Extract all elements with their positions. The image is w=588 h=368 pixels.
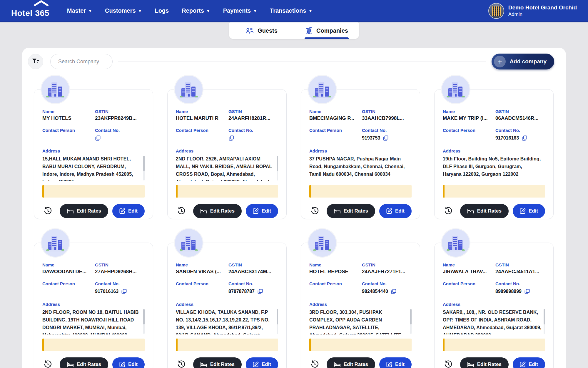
company-address: 3RD FLOOR, 303,304, PUSHPAK COMPLEX, OPP… bbox=[309, 309, 408, 334]
logo-text-hotel: Hotel bbox=[11, 9, 33, 18]
history-button[interactable] bbox=[176, 206, 186, 216]
company-card: Name BMECIMAGING P... GSTIN 33AAHCB7998L… bbox=[301, 89, 420, 219]
tab-guests[interactable]: Guests bbox=[229, 22, 294, 39]
edit-rates-button[interactable]: Edit Rates bbox=[460, 357, 509, 368]
edit-label: Edit bbox=[262, 208, 271, 214]
edit-rates-button[interactable]: Edit Rates bbox=[193, 357, 242, 368]
edit-rates-button[interactable]: Edit Rates bbox=[327, 204, 375, 218]
company-name: MY HOTELS bbox=[42, 115, 92, 121]
address-box[interactable]: 37 PUSHPA NAGAR, Pushpa Nagar Main Road,… bbox=[309, 155, 412, 181]
company-card: Name HOTEL MARUTI R GSTIN 24AARFH8281R..… bbox=[167, 89, 287, 219]
edit-rates-button[interactable]: Edit Rates bbox=[60, 204, 108, 218]
history-button[interactable] bbox=[43, 206, 53, 216]
gstin-label: GSTIN bbox=[95, 262, 145, 267]
toolbar-divider bbox=[118, 62, 486, 62]
copy-icon[interactable] bbox=[228, 135, 234, 141]
history-button[interactable] bbox=[176, 359, 186, 368]
nav-item-logs[interactable]: Logs bbox=[155, 7, 169, 14]
history-button[interactable] bbox=[43, 359, 53, 368]
company-address: 2ND FLOOR, ROOM NO 18, BAITUL HABIB BUIL… bbox=[42, 309, 141, 334]
copy-icon[interactable] bbox=[522, 135, 527, 141]
nav-item-reports[interactable]: Reports ▼ bbox=[182, 7, 210, 14]
copy-icon[interactable] bbox=[383, 135, 389, 141]
edit-rates-button[interactable]: Edit Rates bbox=[60, 357, 108, 368]
company-avatar bbox=[174, 228, 203, 258]
address-scrollbar[interactable] bbox=[143, 309, 145, 334]
edit-button[interactable]: Edit bbox=[513, 357, 545, 368]
contact-no-label: Contact No. bbox=[362, 128, 412, 133]
copy-icon[interactable] bbox=[95, 135, 101, 141]
address-box[interactable]: 19th Floor, Building No5, Epitome Buildi… bbox=[443, 155, 545, 181]
copy-icon[interactable] bbox=[257, 289, 263, 294]
notes-highlight bbox=[176, 339, 278, 351]
address-scrollbar[interactable] bbox=[544, 309, 545, 334]
app-logo[interactable]: Hotel 365 bbox=[11, 4, 49, 18]
copy-icon[interactable] bbox=[391, 289, 397, 294]
edit-button[interactable]: Edit bbox=[112, 357, 145, 368]
nav-item-transactions[interactable]: Transactions ▼ bbox=[270, 7, 312, 14]
contact-no-label: Contact No. bbox=[495, 128, 545, 133]
profile-avatar bbox=[488, 3, 504, 19]
contact-person-label: Contact Person bbox=[176, 281, 225, 286]
address-scrollbar[interactable] bbox=[143, 156, 145, 180]
contact-no-value: 917016163 bbox=[495, 135, 519, 141]
edit-rates-button[interactable]: Edit Rates bbox=[327, 357, 375, 368]
history-button[interactable] bbox=[310, 359, 320, 368]
company-gstin: 06AADCM5146R... bbox=[495, 115, 545, 121]
history-icon bbox=[177, 207, 186, 216]
buildings-illustration bbox=[313, 234, 332, 252]
address-box[interactable]: 15,HALL MUKAM ANAND SHRI HOTEL, BABU MUR… bbox=[42, 155, 145, 181]
history-button[interactable] bbox=[443, 359, 453, 368]
company-name: SANDEN VIKAS (... bbox=[176, 269, 225, 275]
filter-button[interactable] bbox=[28, 54, 43, 69]
copy-icon[interactable] bbox=[121, 289, 127, 294]
add-company-button[interactable]: + Add company bbox=[492, 54, 554, 69]
edit-label: Edit bbox=[529, 362, 538, 367]
buildings-illustration bbox=[179, 234, 198, 252]
notes-highlight bbox=[42, 339, 145, 351]
edit-button[interactable]: Edit bbox=[112, 204, 145, 218]
history-button[interactable] bbox=[443, 206, 453, 216]
nav-item-payments[interactable]: Payments ▼ bbox=[223, 7, 257, 14]
address-box[interactable]: 2ND FLOOR, ROOM NO 18, BAITUL HABIB BUIL… bbox=[42, 309, 145, 334]
name-label: Name bbox=[176, 109, 225, 114]
name-label: Name bbox=[309, 262, 359, 267]
nav-item-customers[interactable]: Customers ▼ bbox=[105, 7, 142, 14]
edit-rates-label: Edit Rates bbox=[77, 362, 101, 367]
address-box[interactable]: 2ND FLOOR, 2526, AMRAPALI AXIOM MALL, NR… bbox=[176, 155, 278, 181]
copy-icon[interactable] bbox=[524, 289, 530, 294]
add-company-label: Add company bbox=[510, 58, 547, 65]
address-box[interactable]: 3RD FLOOR, 303,304, PUSHPAK COMPLEX, OPP… bbox=[309, 309, 412, 334]
address-scrollbar[interactable] bbox=[410, 309, 412, 334]
company-card: Name MAKE MY TRIP (I... GSTIN 06AADCM514… bbox=[434, 89, 554, 219]
history-icon bbox=[444, 360, 453, 368]
profile-menu[interactable]: Demo Hotel Grand Orchid Admin bbox=[488, 3, 577, 19]
edit-rates-button[interactable]: Edit Rates bbox=[460, 204, 509, 218]
edit-button[interactable]: Edit bbox=[246, 357, 278, 368]
address-scrollbar[interactable] bbox=[277, 156, 278, 180]
chevron-down-icon: ▼ bbox=[308, 9, 312, 13]
gstin-label: GSTIN bbox=[495, 109, 545, 114]
edit-rates-button[interactable]: Edit Rates bbox=[193, 204, 242, 218]
edit-button[interactable]: Edit bbox=[379, 204, 412, 218]
tab-companies[interactable]: Companies bbox=[294, 22, 359, 39]
notes-highlight bbox=[176, 185, 278, 198]
address-scrollbar[interactable] bbox=[277, 309, 278, 334]
edit-button[interactable]: Edit bbox=[379, 357, 412, 368]
buildings-illustration bbox=[313, 81, 332, 98]
company-address: SAKAR9,, 108,, NR. OLD RESERVE BANK, OPP… bbox=[443, 309, 542, 334]
edit-button[interactable]: Edit bbox=[513, 204, 545, 218]
address-box[interactable]: VILLAGE KHODA, TALUKA SANAND, F.P NO. 13… bbox=[176, 309, 278, 334]
search-input[interactable] bbox=[50, 54, 113, 69]
name-label: Name bbox=[42, 262, 92, 267]
nav-item-master[interactable]: Master ▼ bbox=[67, 7, 92, 14]
history-button[interactable] bbox=[310, 206, 320, 216]
company-avatar bbox=[41, 75, 70, 104]
address-box[interactable]: SAKAR9,, 108,, NR. OLD RESERVE BANK, OPP… bbox=[443, 309, 545, 334]
nav-item-label: Master bbox=[67, 7, 86, 14]
bed-icon bbox=[334, 208, 341, 214]
company-avatar bbox=[308, 228, 337, 258]
edit-button[interactable]: Edit bbox=[246, 204, 278, 218]
company-avatar bbox=[308, 75, 337, 104]
edit-label: Edit bbox=[262, 362, 271, 367]
